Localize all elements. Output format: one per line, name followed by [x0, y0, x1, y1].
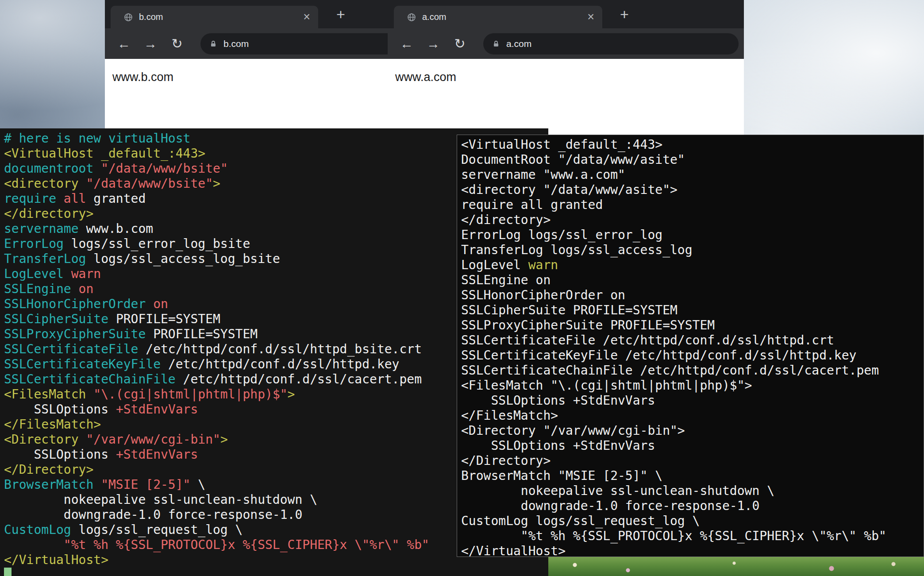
browser-window-a: a.com × + ← → ↻ a.com www.a.com: [388, 0, 744, 142]
lock-icon: [492, 40, 500, 48]
terminal-line: SSLProxyCipherSuite PROFILE=SYSTEM: [461, 318, 924, 333]
terminal-line: SSLCertificateFile /etc/httpd/conf.d/ssl…: [461, 333, 924, 348]
back-button[interactable]: ←: [397, 34, 417, 54]
tab-title: a.com: [422, 12, 446, 22]
terminal-line: downgrade-1.0 force-response-1.0: [461, 499, 924, 514]
terminal-line: SSLHonorCipherOrder on: [461, 288, 924, 303]
url-text: a.com: [506, 39, 531, 49]
globe-icon: [407, 13, 416, 22]
tab-title: b.com: [139, 12, 163, 22]
terminal-line: servername "www.a.com": [461, 167, 924, 182]
terminal-line: nokeepalive ssl-unclean-shutdown \: [461, 483, 924, 499]
globe-icon: [124, 13, 133, 22]
tab-strip: b.com × +: [105, 0, 388, 28]
terminal-line: SSLOptions +StdEnvVars: [461, 393, 924, 408]
page-body-text: www.a.com: [395, 70, 744, 84]
terminal-line: SSLCipherSuite PROFILE=SYSTEM: [461, 303, 924, 318]
terminal-line: </FilesMatch>: [461, 408, 924, 423]
wallpaper-grass: [548, 557, 924, 576]
terminal-line: </Directory>: [461, 453, 924, 468]
browser-toolbar: ← → ↻ a.com: [388, 28, 744, 59]
terminal-line: </directory>: [461, 213, 924, 228]
url-bar[interactable]: b.com: [200, 33, 388, 54]
terminal-line: SSLEngine on: [461, 273, 924, 288]
terminal-cursor: [4, 568, 12, 576]
terminal-line: SSLCertificateChainFile /etc/httpd/conf.…: [461, 363, 924, 378]
terminal-line: <directory "/data/www/asite">: [461, 182, 924, 197]
terminal-line: <Directory "/var/www/cgi-bin">: [461, 423, 924, 438]
desktop: b.com × + ← → ↻ b.com www.b.com: [0, 0, 924, 576]
terminal-line: CustomLog logs/ssl_request_log \: [461, 514, 924, 529]
terminal-line: DocumentRoot "/data/www/asite": [461, 152, 924, 167]
terminal-line: </VirtualHost>: [461, 544, 924, 557]
terminal-line: "%t %h %{SSL_PROTOCOL}x %{SSL_CIPHER}x \…: [461, 529, 924, 544]
forward-button[interactable]: →: [423, 34, 443, 54]
back-button[interactable]: ←: [114, 34, 134, 54]
terminal-line: require all granted: [461, 197, 924, 213]
browser-window-b: b.com × + ← → ↻ b.com www.b.com: [105, 0, 388, 137]
terminal-line: LogLevel warn: [461, 258, 924, 273]
new-tab-button[interactable]: +: [331, 4, 351, 24]
tab-close-icon[interactable]: ×: [303, 11, 310, 23]
terminal-line: SSLOptions +StdEnvVars: [461, 438, 924, 453]
page-body-text: www.b.com: [112, 70, 388, 84]
terminal-line: <FilesMatch "\.(cgi|shtml|phtml|php)$">: [461, 378, 924, 393]
terminal-line: TransferLog logs/ssl_access_log: [461, 243, 924, 258]
reload-button[interactable]: ↻: [167, 34, 187, 54]
terminal-line: <VirtualHost _default_:443>: [461, 137, 924, 152]
url-text: b.com: [223, 39, 249, 49]
terminal-window-asite-config[interactable]: <VirtualHost _default_:443>DocumentRoot …: [457, 135, 924, 557]
url-bar[interactable]: a.com: [483, 33, 739, 54]
tab-close-icon[interactable]: ×: [587, 11, 594, 23]
terminal-line: SSLCertificateKeyFile /etc/httpd/conf.d/…: [461, 348, 924, 363]
forward-button[interactable]: →: [140, 34, 161, 54]
tab-strip: a.com × +: [388, 0, 744, 28]
reload-button[interactable]: ↻: [450, 34, 470, 54]
new-tab-button[interactable]: +: [614, 4, 635, 24]
terminal-line: BrowserMatch "MSIE [2-5]" \: [461, 468, 924, 483]
tab-acom[interactable]: a.com ×: [394, 6, 602, 28]
tab-bcom[interactable]: b.com ×: [111, 6, 318, 28]
terminal-line: ErrorLog logs/ssl_error_log: [461, 228, 924, 243]
lock-icon: [209, 40, 217, 48]
browser-toolbar: ← → ↻ b.com: [105, 28, 388, 59]
